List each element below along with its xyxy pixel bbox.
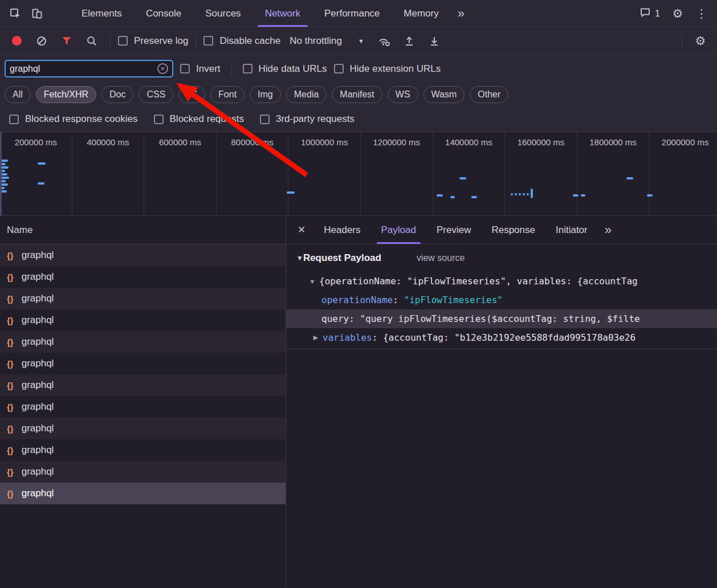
close-details-button[interactable]: ✕ (290, 224, 313, 236)
chip-img[interactable]: Img (250, 86, 281, 103)
collapse-triangle-icon: ▼ (296, 254, 303, 262)
request-name: graphql (22, 250, 54, 261)
tab-console[interactable]: Console (134, 0, 193, 27)
chip-media[interactable]: Media (286, 86, 327, 103)
chip-fetch-xhr[interactable]: Fetch/XHR (36, 86, 96, 103)
settings-button[interactable]: ⚙ (667, 3, 689, 24)
throttling-select[interactable]: No throttling ▼ (284, 35, 370, 47)
invert-checkbox[interactable]: Invert (180, 63, 221, 75)
network-settings-button[interactable]: ⚙ (690, 30, 711, 52)
braces-icon: {} (7, 316, 14, 325)
timeline-label: 1000000 ms (301, 137, 348, 147)
overview-drag-handle[interactable] (0, 132, 2, 215)
request-row[interactable]: {}graphql (0, 374, 286, 396)
request-row[interactable]: {}graphql (0, 439, 286, 461)
payload-variables-row[interactable]: ▶variables: {accountTag: "b12e3b2192ee55… (286, 328, 717, 347)
braces-icon: {} (7, 402, 14, 412)
main-tabs: Elements Console Sources Network Perform… (70, 0, 451, 27)
filter-input[interactable] (10, 64, 157, 74)
request-name: graphql (22, 315, 54, 326)
timeline-label: 400000 ms (87, 137, 129, 147)
chip-other[interactable]: Other (470, 86, 508, 103)
request-row-selected[interactable]: {}graphql (0, 483, 286, 504)
search-icon (86, 35, 97, 47)
import-har-button[interactable] (398, 30, 420, 52)
blocked-requests-checkbox[interactable]: Blocked requests (154, 113, 244, 125)
disable-cache-checkbox[interactable]: Disable cache (203, 35, 280, 47)
request-row[interactable]: {}graphql (0, 418, 286, 439)
three-dots-icon: ⋮ (696, 7, 708, 20)
invert-label: Invert (196, 63, 221, 75)
payload-query-row[interactable]: query: "query ipFlowTimeseries($accountT… (286, 309, 717, 328)
tab-network[interactable]: Network (253, 0, 312, 27)
request-name: graphql (22, 336, 54, 348)
tab-preview[interactable]: Preview (426, 216, 481, 244)
request-row[interactable]: {}graphql (0, 353, 286, 374)
hide-data-urls-checkbox[interactable]: Hide data URLs (243, 63, 327, 75)
search-button[interactable] (81, 30, 103, 52)
request-details-panel: ✕ Headers Payload Preview Response Initi… (286, 216, 717, 587)
checkbox-icon (260, 115, 270, 124)
tab-headers[interactable]: Headers (313, 216, 370, 244)
menu-button[interactable]: ⋮ (691, 3, 712, 24)
request-row[interactable]: {}graphql (0, 461, 286, 483)
payload-operation-row[interactable]: operationName: "ipFlowTimeseries" (286, 291, 717, 309)
tab-payload[interactable]: Payload (371, 216, 426, 244)
request-payload-section[interactable]: ▼ Request Payload view source (286, 244, 717, 272)
clear-filter-icon[interactable]: ✕ (157, 63, 168, 74)
chip-ws[interactable]: WS (388, 86, 418, 103)
clear-network-log-button[interactable] (31, 30, 52, 52)
more-tabs-button[interactable]: » (451, 6, 471, 21)
expand-right-icon: ▶ (309, 334, 323, 341)
name-column-header[interactable]: Name (0, 216, 286, 244)
tab-sources[interactable]: Sources (193, 0, 252, 27)
payload-view: ▼ Request Payload view source ▼{operatio… (286, 244, 717, 587)
export-har-button[interactable] (423, 30, 445, 52)
signal-gear-icon (378, 35, 390, 47)
request-row[interactable]: {}graphql (0, 288, 286, 309)
request-row[interactable]: {}graphql (0, 244, 286, 266)
device-toolbar-button[interactable] (26, 3, 48, 24)
network-toolbar: Preserve log Disable cache No throttling… (0, 27, 717, 55)
network-overview-timeline[interactable]: 200000 ms 400000 ms 600000 ms 800000 ms … (0, 132, 717, 216)
chip-all[interactable]: All (5, 86, 31, 103)
view-source-link[interactable]: view source (417, 253, 465, 263)
chip-doc[interactable]: Doc (101, 86, 133, 103)
preserve-log-checkbox[interactable]: Preserve log (118, 35, 188, 47)
chip-wasm[interactable]: Wasm (423, 86, 465, 103)
network-options-row: Blocked response cookies Blocked request… (0, 107, 717, 132)
checkbox-icon (118, 36, 128, 46)
more-detail-tabs-button[interactable]: » (598, 223, 618, 238)
tab-elements[interactable]: Elements (70, 0, 134, 27)
tab-performance[interactable]: Performance (312, 0, 392, 27)
chip-css[interactable]: CSS (138, 86, 173, 103)
preserve-log-label: Preserve log (134, 35, 188, 47)
inspect-element-button[interactable] (5, 3, 26, 24)
payload-root-row[interactable]: ▼{operationName: "ipFlowTimeseries", var… (286, 272, 717, 291)
request-row[interactable]: {}graphql (0, 309, 286, 331)
download-icon (429, 35, 440, 47)
tab-memory[interactable]: Memory (392, 0, 450, 27)
filter-toggle-button[interactable] (56, 30, 78, 52)
request-row[interactable]: {}graphql (0, 266, 286, 288)
request-row[interactable]: {}graphql (0, 331, 286, 353)
third-party-requests-checkbox[interactable]: 3rd-party requests (260, 113, 355, 125)
expand-down-icon: ▼ (305, 278, 319, 285)
blocked-response-cookies-checkbox[interactable]: Blocked response cookies (9, 113, 138, 125)
timeline-label: 800000 ms (231, 137, 273, 147)
checkbox-icon (9, 115, 19, 124)
timeline-label: 1800000 ms (589, 137, 637, 147)
block-icon (36, 35, 47, 47)
record-network-log-button[interactable] (6, 30, 27, 52)
console-drawer-messages-button[interactable]: 1 (635, 7, 665, 21)
tab-response[interactable]: Response (481, 216, 545, 244)
network-conditions-button[interactable] (373, 30, 395, 52)
hide-extension-urls-checkbox[interactable]: Hide extension URLs (334, 63, 441, 75)
divider (231, 62, 232, 76)
tab-initiator[interactable]: Initiator (545, 216, 598, 244)
chip-font[interactable]: Font (210, 86, 245, 103)
gear-icon: ⚙ (673, 7, 683, 20)
request-row[interactable]: {}graphql (0, 396, 286, 418)
chip-js[interactable]: JS (178, 86, 205, 103)
chip-manifest[interactable]: Manifest (332, 86, 382, 103)
